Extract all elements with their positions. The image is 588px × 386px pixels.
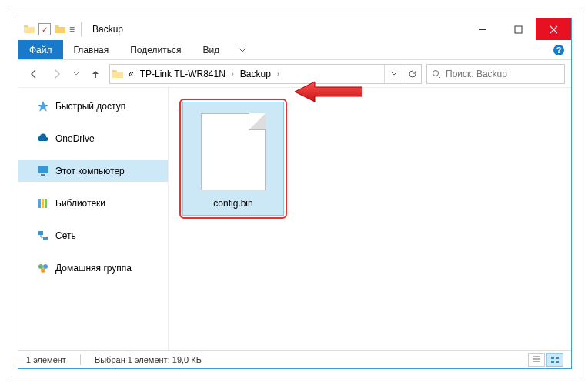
close-button[interactable] (536, 18, 571, 40)
svg-rect-4 (38, 166, 48, 173)
explorer-window: ✓ ≡ Backup Файл Главная Поделиться Вид ?… (18, 18, 572, 369)
help-button[interactable]: ? (546, 40, 571, 59)
star-icon (37, 100, 49, 112)
navigation-pane: Быстрый доступ OneDrive Этот компьютер Б… (18, 88, 169, 350)
tab-file[interactable]: Файл (18, 40, 63, 59)
svg-point-11 (38, 264, 43, 269)
svg-point-12 (43, 264, 48, 269)
folder-icon (23, 23, 35, 35)
homegroup-icon (37, 262, 49, 274)
address-bar[interactable]: « TP-Link TL-WR841N › Backup › (109, 64, 422, 84)
svg-rect-17 (556, 361, 559, 363)
content-area[interactable]: config.bin (169, 88, 571, 350)
svg-rect-5 (41, 174, 45, 176)
nav-libraries[interactable]: Библиотеки (18, 193, 168, 214)
search-placeholder: Поиск: Backup (446, 69, 507, 79)
forward-button[interactable] (48, 65, 66, 83)
libraries-icon (37, 197, 49, 210)
monitor-icon (37, 165, 49, 177)
svg-rect-16 (551, 361, 554, 363)
status-count: 1 элемент (26, 355, 66, 364)
breadcrumb-ellipsis[interactable]: « (125, 65, 137, 83)
address-dropdown[interactable] (384, 65, 403, 83)
folder-icon (112, 68, 124, 80)
window-title: Backup (92, 24, 123, 35)
chevron-right-icon[interactable]: › (274, 70, 282, 78)
chevron-right-icon[interactable]: › (229, 70, 237, 78)
up-button[interactable] (86, 65, 105, 83)
breadcrumb-seg-2[interactable]: Backup (237, 65, 274, 83)
minimize-button[interactable] (465, 18, 500, 40)
cloud-icon (37, 133, 49, 145)
breadcrumb-seg-1[interactable]: TP-Link TL-WR841N (137, 65, 229, 83)
view-details-button[interactable] (528, 353, 545, 367)
search-input[interactable]: Поиск: Backup (426, 64, 565, 84)
qat-overflow[interactable]: ≡ (69, 24, 75, 35)
nav-this-pc[interactable]: Этот компьютер (18, 160, 168, 182)
svg-rect-6 (38, 199, 41, 208)
status-selected: Выбран 1 элемент: 19,0 КБ (95, 355, 202, 364)
back-button[interactable] (25, 65, 43, 83)
nav-homegroup[interactable]: Домашняя группа (18, 257, 168, 279)
ribbon-expand-button[interactable] (230, 40, 255, 59)
recent-dropdown[interactable] (71, 65, 82, 83)
nav-onedrive[interactable]: OneDrive (18, 128, 168, 149)
search-icon (432, 69, 441, 79)
tab-home[interactable]: Главная (63, 40, 120, 59)
qat-properties-icon[interactable]: ✓ (38, 23, 51, 35)
network-icon (37, 230, 49, 242)
file-name: config.bin (213, 198, 252, 209)
title-bar: ✓ ≡ Backup (18, 18, 571, 40)
qat-folder-icon[interactable] (54, 23, 66, 35)
status-bar: 1 элемент Выбран 1 элемент: 19,0 КБ (18, 350, 571, 368)
file-icon (201, 113, 266, 190)
svg-rect-14 (551, 357, 554, 359)
view-large-icons-button[interactable] (546, 353, 563, 367)
tab-share[interactable]: Поделиться (119, 40, 192, 59)
svg-point-13 (41, 268, 45, 273)
svg-rect-9 (38, 231, 43, 235)
ribbon-tabs: Файл Главная Поделиться Вид ? (18, 40, 571, 60)
file-item-selected[interactable]: config.bin (179, 99, 287, 219)
svg-rect-7 (42, 199, 44, 208)
nav-network[interactable]: Сеть (18, 225, 168, 247)
svg-rect-0 (515, 26, 522, 33)
svg-text:?: ? (556, 45, 562, 55)
tab-view[interactable]: Вид (192, 40, 230, 59)
maximize-button[interactable] (500, 18, 536, 40)
address-row: « TP-Link TL-WR841N › Backup › Поиск: Ba… (18, 60, 571, 88)
refresh-button[interactable] (403, 65, 421, 83)
svg-point-3 (433, 70, 439, 76)
svg-rect-8 (45, 199, 47, 208)
svg-rect-15 (556, 357, 559, 359)
nav-quick-access[interactable]: Быстрый доступ (18, 96, 168, 117)
